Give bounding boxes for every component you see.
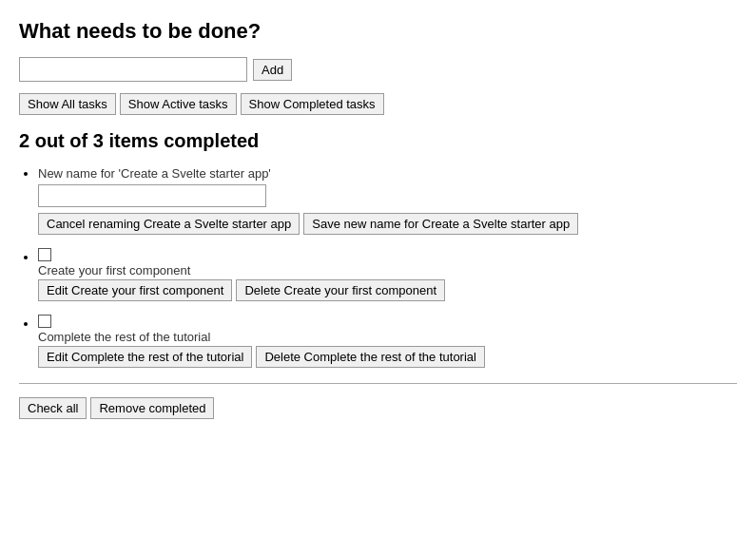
new-task-input[interactable]: [19, 57, 247, 82]
footer-row: Check all Remove completed: [19, 397, 737, 419]
task-name: Create your first component: [38, 263, 737, 278]
remove-completed-button[interactable]: Remove completed: [90, 397, 214, 419]
status-heading: 2 out of 3 items completed: [19, 130, 737, 152]
filter-completed-button[interactable]: Show Completed tasks: [241, 93, 384, 115]
task-actions: Edit Complete the rest of the tutorial D…: [38, 346, 737, 368]
save-rename-button[interactable]: Save new name for Create a Svelte starte…: [303, 213, 578, 235]
delete-task-button[interactable]: Delete Create your first component: [236, 279, 445, 301]
rename-buttons: Cancel renaming Create a Svelte starter …: [38, 213, 737, 235]
list-item: Create your first component Edit Create …: [38, 248, 737, 301]
filter-row: Show All tasks Show Active tasks Show Co…: [19, 93, 737, 115]
list-item: New name for 'Create a Svelte starter ap…: [38, 165, 737, 235]
page-title: What needs to be done?: [19, 19, 737, 44]
task-name: Complete the rest of the tutorial: [38, 330, 737, 344]
edit-task-button[interactable]: Edit Create your first component: [38, 279, 232, 301]
cancel-rename-button[interactable]: Cancel renaming Create a Svelte starter …: [38, 213, 300, 235]
rename-label: New name for 'Create a Svelte starter ap…: [38, 166, 737, 181]
todo-list: New name for 'Create a Svelte starter ap…: [19, 165, 737, 368]
list-item: Complete the rest of the tutorial Edit C…: [38, 315, 737, 368]
filter-all-button[interactable]: Show All tasks: [19, 93, 116, 115]
add-button[interactable]: Add: [253, 59, 292, 81]
edit-task-button[interactable]: Edit Complete the rest of the tutorial: [38, 346, 252, 368]
footer-divider: [19, 383, 737, 384]
rename-input[interactable]: [38, 184, 266, 207]
task-checkbox[interactable]: [38, 315, 51, 328]
delete-task-button[interactable]: Delete Complete the rest of the tutorial: [256, 346, 485, 368]
task-checkbox[interactable]: [38, 248, 51, 261]
task-actions: Edit Create your first component Delete …: [38, 279, 737, 301]
task-row: [38, 315, 737, 328]
new-task-row: Add: [19, 57, 737, 82]
filter-active-button[interactable]: Show Active tasks: [120, 93, 237, 115]
check-all-button[interactable]: Check all: [19, 397, 87, 419]
task-row: [38, 248, 737, 261]
